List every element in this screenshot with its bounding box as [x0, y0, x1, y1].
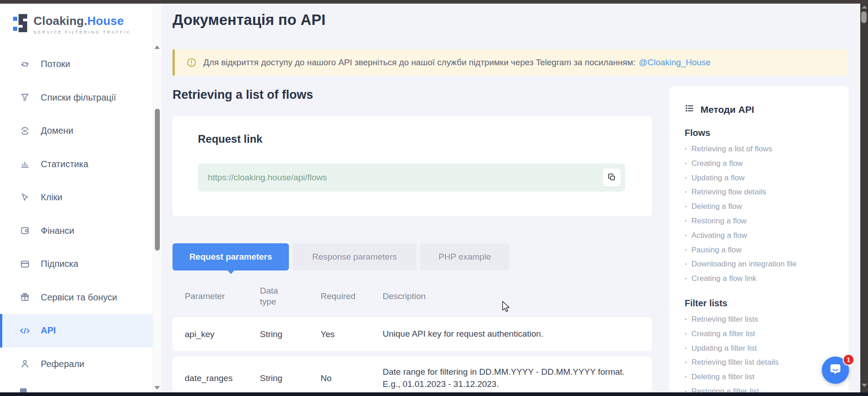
scroll-down-arrow-icon[interactable]: [862, 384, 867, 387]
warning-icon: [187, 58, 197, 68]
column-header-description: Description: [383, 291, 638, 302]
sidebar-item-finances[interactable]: Фінанси: [0, 214, 153, 248]
app-window: Cloaking.House SERVICE FILTERING TRAFFIC…: [0, 0, 868, 396]
clipped-sidebar-item-icon: [20, 388, 27, 392]
sidebar-item-api[interactable]: API: [0, 314, 153, 348]
sidebar-item-label: Кліки: [41, 192, 62, 203]
method-link[interactable]: Updating a filter list: [685, 341, 839, 356]
logo-text: Cloaking.House SERVICE FILTERING TRAFFIC: [34, 14, 131, 34]
tab-response-parameters[interactable]: Response parameters: [293, 243, 417, 270]
sidebar-item-referrals[interactable]: Реферали: [0, 348, 153, 381]
copy-url-button[interactable]: [603, 169, 621, 187]
bar-chart-icon: [19, 158, 31, 170]
cell-description: Date range for filtering in DD.MM.YYYY -…: [383, 366, 638, 390]
chat-bubble-icon: [829, 362, 842, 378]
list-icon: [685, 103, 695, 116]
method-link[interactable]: Retrieving filter list details: [685, 355, 839, 370]
table-row: api_key String Yes Unique API key for re…: [173, 317, 652, 351]
method-link[interactable]: Creating a filter list: [685, 327, 839, 341]
method-link[interactable]: Deleting a flow: [685, 199, 839, 214]
method-link[interactable]: Retrieving flow details: [685, 185, 839, 199]
column-header-data-type: Data type: [260, 285, 285, 307]
sidebar-item-label: Списки фільтрації: [41, 92, 116, 103]
request-link-title: Request link: [198, 133, 263, 145]
request-link-card: Request link https://cloaking.house/api/…: [173, 116, 652, 216]
sidebar-item-clicks[interactable]: Кліки: [0, 181, 153, 214]
method-link[interactable]: Creating a flow link: [685, 271, 839, 286]
logo-title-accent: House: [87, 14, 124, 28]
scroll-up-arrow-icon[interactable]: [862, 5, 867, 9]
page-scrollbar-thumb[interactable]: [861, 11, 867, 23]
request-url-box: https://cloaking.house/api/flows: [198, 164, 625, 192]
sidebar-item-label: Статистика: [41, 159, 88, 169]
sidebar-item-label: Сервіси та бонуси: [41, 292, 117, 303]
domain-globe-icon: [19, 125, 31, 137]
methods-group-filter-lists: Filter lists: [685, 298, 839, 309]
sidebar-item-label: API: [41, 325, 56, 336]
api-methods-panel: Методи API Flows Retrieving a list of fl…: [669, 86, 849, 396]
scroll-down-arrow-icon[interactable]: [154, 386, 160, 390]
telegram-support-link[interactable]: @Cloaking_House: [639, 58, 711, 68]
table-header-row: Parameter Data type Required Description: [173, 275, 652, 317]
person-icon: [19, 358, 31, 370]
cell-description: Unique API key for request authenticatio…: [383, 328, 638, 340]
browser-bottom-edge: [0, 392, 868, 396]
sidebar-item-label: Домени: [41, 126, 73, 136]
logo[interactable]: Cloaking.House SERVICE FILTERING TRAFFIC: [13, 13, 131, 35]
method-link[interactable]: Restoring a flow: [685, 214, 839, 228]
cell-data-type: String: [260, 373, 321, 383]
page-scrollbar[interactable]: [860, 4, 868, 392]
sidebar-item-label: Потоки: [41, 59, 70, 69]
request-url: https://cloaking.house/api/flows: [208, 173, 327, 183]
methods-panel-title: Методи API: [700, 104, 754, 115]
parameter-tabs: Request parameters Response parameters P…: [173, 243, 509, 270]
table-row: date_ranges String No Date range for fil…: [173, 357, 652, 396]
sidebar-scrollbar[interactable]: [153, 4, 161, 392]
cursor-click-icon: [19, 192, 31, 203]
cell-data-type: String: [260, 329, 321, 339]
flows-icon: [19, 58, 31, 70]
tab-php-example[interactable]: PHP example: [420, 243, 509, 270]
method-link[interactable]: Pausing a flow: [685, 243, 839, 257]
method-link[interactable]: Downloading an integration file: [685, 257, 839, 271]
page-title: Документація по API: [173, 11, 326, 29]
sidebar-item-services-bonuses[interactable]: Сервіси та бонуси: [0, 281, 153, 314]
scroll-up-arrow-icon[interactable]: [154, 45, 160, 49]
funnel-icon: [19, 92, 31, 103]
sidebar-item-domains[interactable]: Домени: [0, 114, 153, 148]
sidebar-item-flows[interactable]: Потоки: [0, 48, 153, 81]
sidebar-item-filter-lists[interactable]: Списки фільтрації: [0, 81, 153, 115]
methods-panel-header: Методи API: [685, 103, 839, 116]
logo-title-primary: Cloaking.: [34, 14, 87, 28]
sidebar-nav: Потоки Списки фільтрації: [0, 48, 153, 381]
tab-request-parameters[interactable]: Request parameters: [173, 243, 289, 270]
code-icon: [19, 325, 31, 337]
logo-subtitle: SERVICE FILTERING TRAFFIC: [34, 29, 131, 34]
wallet-icon: [19, 225, 31, 237]
sidebar-item-statistics[interactable]: Статистика: [0, 148, 153, 181]
method-link[interactable]: Retrieving a list of flows: [685, 142, 839, 156]
column-header-required: Required: [321, 291, 383, 302]
method-link[interactable]: Creating a flow: [685, 156, 839, 171]
method-link[interactable]: Retrieving filter lists: [685, 312, 839, 327]
sidebar-item-label: Фінанси: [41, 226, 74, 236]
sidebar-item-label: Реферали: [41, 359, 84, 369]
column-header-parameter: Parameter: [185, 291, 260, 302]
copy-icon: [607, 173, 616, 183]
notice-text: Для відкриття доступу до нашого API звер…: [203, 58, 636, 68]
sidebar-scrollbar-thumb[interactable]: [155, 109, 160, 251]
main-content: Документація по API Для відкриття доступ…: [161, 4, 860, 392]
gift-icon: [19, 291, 31, 303]
method-link[interactable]: Updating a flow: [685, 171, 839, 185]
cell-parameter: date_ranges: [185, 373, 260, 383]
browser-top-edge: [0, 0, 868, 4]
method-link[interactable]: Activating a flow: [685, 228, 839, 243]
sidebar-item-subscription[interactable]: Підписка: [0, 247, 153, 281]
cloaking-house-logo-icon: [13, 13, 28, 35]
cell-required: No: [321, 373, 383, 383]
chat-notification-badge: 1: [843, 354, 854, 366]
api-access-notice: Для відкриття доступу до нашого API звер…: [173, 49, 848, 76]
parameters-table: Parameter Data type Required Description…: [173, 275, 652, 396]
sidebar: Cloaking.House SERVICE FILTERING TRAFFIC…: [0, 4, 153, 392]
method-link[interactable]: Deleting a filter list: [685, 370, 839, 384]
